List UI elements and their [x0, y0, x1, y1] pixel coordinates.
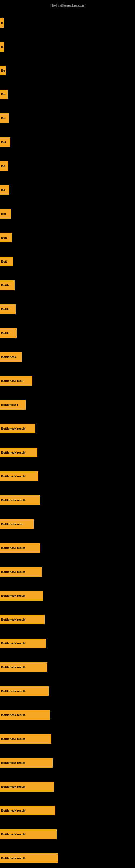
bar-item: Bottleneck result — [0, 615, 45, 624]
bar-row: Bottleneck result — [0, 751, 135, 775]
bar-item: Bottle — [0, 280, 14, 290]
bar-row: Bottle — [0, 273, 135, 297]
bar-label: Bottleneck result — [1, 809, 25, 812]
bar-row: Bo — [0, 154, 135, 178]
bar-item: Bo — [0, 90, 8, 99]
bar-label: Bot — [1, 141, 6, 144]
bar-label: Bottleneck result — [1, 761, 25, 764]
bar-label: Bott — [1, 236, 7, 239]
bar-item: Bottleneck resu — [0, 519, 34, 529]
bar-row: Bot — [0, 130, 135, 154]
bar-row: Bottleneck result — [0, 703, 135, 727]
bar-label: Bottleneck resu — [1, 379, 24, 382]
bar-row: Bo — [0, 178, 135, 202]
bar-row: Bottleneck — [0, 345, 135, 369]
bar-label: Bottleneck result — [1, 570, 25, 574]
bar-item: Bottleneck result — [0, 710, 50, 720]
bar-label: Bo — [1, 164, 5, 167]
bar-label: Bo — [1, 69, 5, 72]
bar-row: Bottleneck result — [0, 655, 135, 679]
bar-row: Bottleneck result — [0, 608, 135, 631]
bar-item: Bottleneck result — [0, 471, 38, 481]
bar-item: Bot — [0, 209, 11, 219]
bar-label: Bottleneck result — [1, 451, 25, 454]
bar-item: Bottleneck result — [0, 758, 53, 768]
bar-row: Bottleneck result — [0, 536, 135, 560]
bar-item: Bo — [0, 161, 8, 171]
bar-row: Bott — [0, 250, 135, 273]
bar-row: Bo — [0, 106, 135, 130]
bar-row: Bo — [0, 59, 135, 83]
bar-label: Bottle — [1, 308, 9, 311]
bar-label: B — [1, 45, 3, 48]
bar-row: Bottleneck result — [0, 488, 135, 512]
bar-item: Bottleneck result — [0, 686, 49, 696]
bar-label: Bottleneck result — [1, 475, 25, 478]
bars-container: BBBoBoBoBotBoBoBotBottBottBottleBottleBo… — [0, 11, 135, 868]
bar-item: Bott — [0, 257, 13, 267]
bar-row: Bottleneck result — [0, 727, 135, 751]
bar-item: Bottleneck result — [0, 734, 51, 744]
bar-item: Bottleneck result — [0, 543, 41, 553]
bar-row: B — [0, 11, 135, 35]
bar-row: Bottleneck result — [0, 631, 135, 655]
bar-row: Bottle — [0, 321, 135, 345]
bar-item: Bottleneck result — [0, 639, 46, 648]
bar-item: Bot — [0, 137, 10, 147]
bar-item: Bottle — [0, 304, 16, 314]
bar-label: Bottleneck result — [1, 618, 25, 621]
bar-row: Bottleneck r — [0, 393, 135, 416]
bar-item: Bottleneck — [0, 352, 21, 362]
bar-label: Bottle — [1, 284, 9, 287]
bar-row: Bottleneck result — [0, 416, 135, 440]
bar-item: Bottleneck r — [0, 400, 26, 410]
bar-label: Bottleneck result — [1, 642, 25, 645]
bar-item: Bo — [0, 185, 9, 195]
bar-label: Bottleneck result — [1, 546, 25, 550]
bar-row: Bottleneck result — [0, 799, 135, 823]
bar-item: B — [0, 42, 4, 52]
bar-row: B — [0, 35, 135, 59]
bar-label: Bottleneck result — [1, 713, 25, 717]
bar-label: Bottleneck r — [1, 403, 18, 406]
bar-label: Bottleneck result — [1, 737, 25, 741]
bar-item: Bottle — [0, 328, 17, 338]
bar-label: Bottle — [1, 332, 9, 335]
bar-item: Bo — [0, 113, 9, 123]
site-title: TheBottlenecker.com — [0, 1, 135, 10]
bar-label: Bott — [1, 260, 7, 263]
bar-item: Bottleneck result — [0, 662, 47, 672]
bar-row: Bottle — [0, 297, 135, 321]
bar-label: Bottleneck result — [1, 427, 25, 430]
bar-item: Bottleneck result — [0, 830, 57, 839]
bar-row: Bottleneck result — [0, 440, 135, 464]
bar-row: Bo — [0, 83, 135, 106]
bar-row: Bottleneck result — [0, 846, 135, 868]
bar-item: Bottleneck result — [0, 567, 42, 577]
bar-row: Bottleneck resu — [0, 369, 135, 393]
bar-item: B — [0, 18, 4, 28]
bar-label: Bottleneck result — [1, 689, 25, 693]
bar-label: Bottleneck result — [1, 857, 25, 860]
bar-item: Bottleneck result — [0, 447, 37, 457]
bar-item: Bottleneck result — [0, 591, 43, 600]
bar-item: Bottleneck result — [0, 782, 54, 792]
bar-row: Bottleneck result — [0, 679, 135, 703]
bar-row: Bottleneck result — [0, 464, 135, 488]
bar-label: Bottleneck result — [1, 499, 25, 502]
bar-row: Bottleneck resu — [0, 512, 135, 536]
bar-label: Bottleneck result — [1, 665, 25, 669]
bar-label: Bot — [1, 212, 6, 215]
bar-row: Bott — [0, 226, 135, 250]
bar-label: Bo — [1, 117, 5, 120]
bar-item: Bottleneck resu — [0, 376, 32, 386]
bar-label: Bottleneck result — [1, 833, 25, 836]
bar-row: Bottleneck result — [0, 775, 135, 799]
bar-label: Bottleneck result — [1, 594, 25, 597]
bar-item: Bottleneck result — [0, 424, 35, 433]
bar-row: Bottleneck result — [0, 560, 135, 584]
bar-row: Bot — [0, 202, 135, 226]
bar-item: Bottleneck result — [0, 495, 40, 505]
bar-label: Bo — [1, 188, 5, 191]
bar-item: Bottleneck result — [0, 806, 55, 815]
